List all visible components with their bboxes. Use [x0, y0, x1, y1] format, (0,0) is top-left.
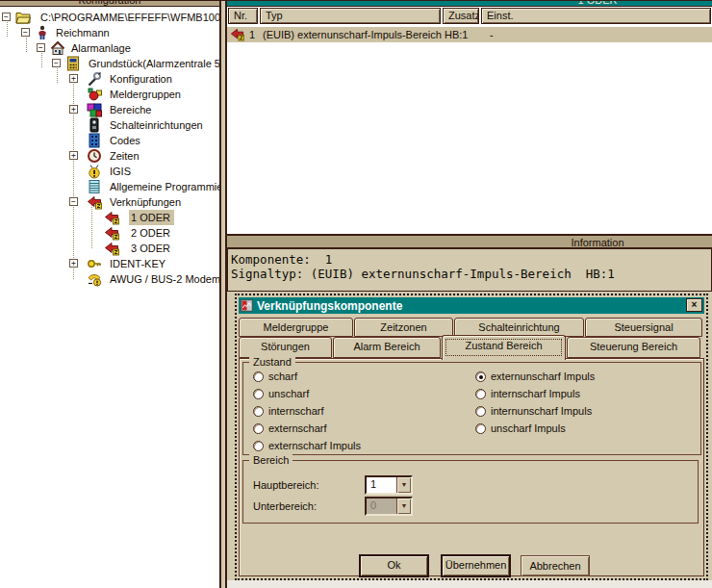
folder-icon — [15, 10, 31, 25]
tree-item-konfiguration[interactable]: +Konfiguration — [0, 71, 219, 87]
tab-schalteinrichtung[interactable]: Schalteinrichtung — [454, 318, 584, 337]
chart-icon — [241, 299, 253, 312]
tree-item-label[interactable]: 2 ODER — [129, 225, 174, 241]
pane-splitter[interactable] — [219, 0, 227, 588]
cell-typ: (EUIB) externunscharf-Impuls-Bereich — [263, 28, 442, 42]
tree-item-bereiche[interactable]: +Bereiche — [0, 102, 219, 117]
tree-item-ident-key[interactable]: +IDENT-KEY — [0, 256, 219, 271]
plus-expander-icon[interactable]: + — [69, 74, 78, 83]
tree-item-reichmann[interactable]: −Reichmann — [0, 25, 219, 40]
plus-expander-icon[interactable]: + — [69, 105, 78, 114]
radio-label-internunscharf-impuls: internunscharf Impuls — [491, 405, 592, 417]
minus-expander-icon[interactable]: − — [37, 43, 45, 52]
tree-item-label[interactable]: Bereiche — [108, 102, 155, 117]
tab-zustand-bereich[interactable]: Zustand Bereich — [442, 335, 566, 360]
tree-item-zeiten[interactable]: +Zeiten — [0, 148, 219, 164]
cell-nr: 1 — [249, 28, 255, 42]
tree-item-label[interactable]: Zeiten — [108, 148, 143, 164]
zustand-groupbox-label: Zustand — [249, 356, 295, 368]
bereich-groupbox-label: Bereich — [249, 454, 292, 466]
tree-item-allgemeine-programmier[interactable]: Allgemeine Programmier — [0, 179, 219, 194]
tree-item-label[interactable]: Codes — [108, 133, 144, 148]
tree-item-label[interactable]: Grundstück(Alarmzentrale 5 — [87, 56, 219, 71]
tab-alarm-bereich[interactable]: Alarm Bereich — [333, 337, 441, 358]
combo-hauptbereich[interactable]: 1▼ — [365, 475, 413, 495]
column-header-zusatz[interactable]: Zusatz — [443, 8, 479, 24]
tree-item-c-programme-effeff-wfmb100[interactable]: −C:\PROGRAMME\EFFEFF\WFMB100\ — [0, 10, 219, 25]
plus-expander-icon[interactable]: + — [69, 151, 78, 160]
tree-item-label[interactable]: Allgemeine Programmier — [108, 179, 219, 194]
tree-item-label[interactable]: C:\PROGRAMME\EFFEFF\WFMB100\ — [38, 10, 219, 25]
minus-expander-icon[interactable]: − — [52, 59, 61, 67]
verkn-icon — [87, 194, 102, 210]
configuration-tree-pane: Konfiguration −C:\PROGRAMME\EFFEFF\WFMB1… — [0, 0, 219, 588]
tab-zeitzonen[interactable]: Zeitzonen — [354, 318, 453, 337]
radio-internunscharf-impuls[interactable] — [475, 406, 486, 417]
verknuepfungskomponente-dialog: Verknüpfungskomponente × MeldergruppeZei… — [235, 294, 708, 580]
list-row[interactable]: 1(EUIB) externunscharf-Impuls-BereichHB:… — [227, 27, 712, 42]
information-pane-caption-label: Information — [554, 237, 641, 248]
tree-item-verknüpfungen[interactable]: −Verknüpfungen — [0, 194, 219, 210]
tree-item-3-oder[interactable]: 3 ODER — [0, 241, 219, 256]
tab-meldergruppe[interactable]: Meldergruppe — [239, 318, 353, 337]
tree-item-label[interactable]: IDENT-KEY — [108, 256, 169, 271]
tree-item-awug-bus-2-modem[interactable]: AWUG / BUS-2 Modem — [0, 271, 219, 287]
tree-item-2-oder[interactable]: 2 ODER — [0, 225, 219, 241]
tree-item-label[interactable]: Schalteinrichtungen — [108, 117, 207, 133]
tree-item-igis[interactable]: IGIS — [0, 164, 219, 179]
tree-item-label[interactable]: Meldergruppen — [108, 87, 185, 102]
dialog-title-bar[interactable]: Verknüpfungskomponente × — [239, 297, 704, 314]
minus-expander-icon[interactable]: − — [2, 13, 11, 21]
tree-item-label[interactable]: Alarmanlage — [69, 40, 135, 56]
tab-steuerung-bereich[interactable]: Steuerung Bereich — [567, 337, 700, 358]
tree-item-label[interactable]: Verknüpfungen — [108, 194, 185, 210]
tab-row-2: StörungenAlarm BereichZustand BereichSte… — [239, 337, 704, 358]
combo-value[interactable]: 1 — [367, 477, 396, 493]
radio-unscharf[interactable] — [253, 389, 264, 399]
übernehmen-button[interactable]: Übernehmen — [441, 554, 511, 577]
column-header-nr[interactable]: Nr. — [228, 8, 258, 24]
radio-internscharf-impuls[interactable] — [475, 389, 486, 399]
tab-störungen[interactable]: Störungen — [239, 337, 332, 358]
verkn-icon — [230, 27, 245, 42]
left-pane-caption: Konfiguration — [0, 0, 219, 7]
tab-row-1: MeldergruppeZeitzonenSchalteinrichtungSt… — [239, 318, 704, 337]
chevron-down-icon[interactable]: ▼ — [396, 477, 411, 493]
tree-item-label[interactable]: Reichmann — [54, 25, 114, 40]
tree-item-label[interactable]: IGIS — [108, 164, 135, 179]
combo-unterbereich: 0▼ — [365, 497, 413, 516]
tree-item-alarmanlage[interactable]: −Alarmanlage — [0, 40, 219, 56]
identkey-icon — [87, 256, 102, 271]
person-icon — [35, 25, 50, 40]
radio-unscharf-impuls[interactable] — [475, 423, 486, 434]
tree-item-1-oder[interactable]: 1 ODER — [0, 210, 219, 225]
ok-button[interactable]: Ok — [359, 554, 429, 577]
radio-internscharf[interactable] — [253, 406, 264, 417]
radio-externscharf[interactable] — [253, 423, 264, 434]
tree-item-label[interactable]: AWUG / BUS-2 Modem — [108, 271, 219, 287]
tree-item-schalteinrichtungen[interactable]: Schalteinrichtungen — [0, 117, 219, 133]
tree-item-meldergruppen[interactable]: Meldergruppen — [0, 87, 219, 102]
tree-item-codes[interactable]: Codes — [0, 133, 219, 148]
tree-item-grundstück-alarmzentrale-5[interactable]: −Grundstück(Alarmzentrale 5 — [0, 56, 219, 71]
tab-steuersignal[interactable]: Steuersignal — [585, 318, 702, 337]
component-list[interactable]: 1(EUIB) externunscharf-Impuls-BereichHB:… — [227, 24, 712, 234]
abbrechen-button[interactable]: Abbrechen — [521, 555, 590, 576]
minus-expander-icon[interactable]: − — [69, 197, 78, 206]
column-header-typ[interactable]: Typ — [260, 8, 441, 24]
minus-expander-icon[interactable]: − — [21, 28, 30, 37]
list-pane-caption: 1 ODER — [227, 0, 712, 7]
column-header-einst[interactable]: Einst. — [481, 8, 711, 24]
configuration-tree[interactable]: −C:\PROGRAMME\EFFEFF\WFMB100\−Reichmann−… — [0, 8, 219, 588]
tree-item-label[interactable]: 1 ODER — [129, 210, 174, 225]
radio-scharf[interactable] — [253, 371, 264, 382]
window-top-border — [0, 0, 712, 1]
tree-item-label[interactable]: Konfiguration — [108, 71, 176, 87]
radio-externunscharf-impuls[interactable] — [475, 371, 486, 382]
radio-externscharf-impuls[interactable] — [253, 441, 264, 451]
plus-expander-icon[interactable]: + — [69, 259, 78, 268]
cell-einst: - — [490, 28, 494, 42]
close-icon[interactable]: × — [686, 298, 702, 312]
tree-item-label[interactable]: 3 ODER — [129, 241, 174, 256]
chevron-down-icon: ▼ — [396, 499, 411, 514]
